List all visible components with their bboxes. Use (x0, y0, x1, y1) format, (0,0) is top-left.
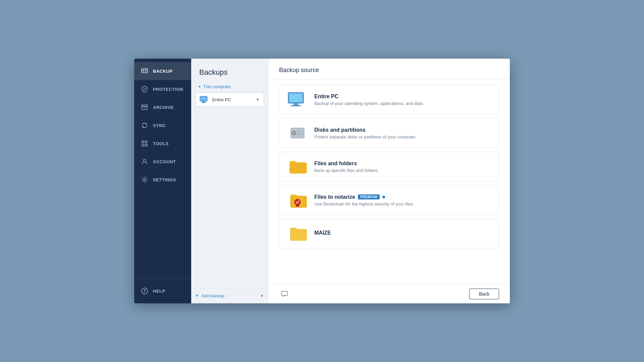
sidebar: BACKUP PROTECTION (134, 59, 191, 303)
svg-rect-17 (202, 101, 205, 102)
sidebar-item-tools-label: TOOLS (153, 141, 169, 146)
backup-panel: Backups ▼ This computer Entire PC ▼ (191, 59, 268, 303)
svg-rect-30 (296, 205, 299, 206)
source-card-files-folders[interactable]: Files and folders Back up specific files… (279, 152, 499, 181)
svg-rect-22 (291, 105, 301, 106)
main-content: Backup source Entire PC Backup of your o… (268, 59, 510, 303)
sidebar-item-settings[interactable]: SETTINGS (134, 171, 191, 189)
tree-group-text: This computer (203, 84, 231, 89)
backup-tree: ▼ This computer Entire PC ▼ (191, 82, 268, 288)
archive-icon (141, 104, 148, 111)
main-header: Backup source (268, 59, 510, 79)
add-backup-plus-icon: + (195, 292, 199, 299)
svg-rect-21 (293, 103, 298, 105)
svg-rect-1 (143, 70, 144, 71)
svg-rect-18 (201, 102, 206, 103)
sidebar-item-protection[interactable]: PROTECTION (134, 80, 191, 98)
tree-item-entire-pc-label: Entire PC (212, 97, 252, 102)
entire-pc-icon (287, 91, 308, 108)
sidebar-item-archive[interactable]: ARCHIVE (134, 98, 191, 116)
maize-title: MAIZE (314, 230, 491, 236)
disks-title: Disks and partitions (314, 127, 491, 133)
chat-button[interactable] (279, 289, 290, 299)
files-folders-title: Files and folders (314, 161, 491, 167)
account-icon (141, 158, 148, 165)
disks-text: Disks and partitions Protect separate di… (314, 127, 491, 139)
source-card-notarize[interactable]: Files to notarize PREMIUM Use Blockchain… (279, 185, 499, 215)
entire-pc-desc: Backup of your operating system, applica… (314, 101, 491, 106)
maize-icon (287, 225, 308, 242)
sidebar-bottom: HELP (134, 278, 191, 303)
add-backup-dropdown-icon[interactable]: ▼ (260, 294, 264, 298)
notarize-text: Files to notarize PREMIUM Use Blockchain… (314, 194, 491, 206)
svg-rect-8 (145, 141, 147, 143)
computer-icon (200, 96, 209, 103)
svg-rect-7 (142, 141, 144, 143)
svg-rect-10 (145, 144, 147, 146)
add-backup-label: Add backup (202, 293, 225, 298)
tree-group-label[interactable]: ▼ This computer (195, 82, 264, 91)
files-folders-icon (287, 158, 308, 175)
back-button[interactable]: Back (469, 289, 499, 299)
svg-rect-16 (201, 97, 207, 101)
tree-item-entire-pc[interactable]: Entire PC ▼ (195, 93, 264, 107)
sidebar-item-sync-label: SYNC (153, 123, 166, 128)
entire-pc-title: Entire PC (314, 94, 491, 100)
files-folders-desc: Back up specific files and folders. (314, 168, 491, 173)
svg-rect-9 (142, 144, 144, 146)
protection-icon (141, 85, 148, 93)
premium-badge: PREMIUM (358, 194, 380, 199)
disks-desc: Protect separate disks or partitions of … (314, 134, 491, 139)
sidebar-item-help-label: HELP (153, 289, 165, 294)
svg-rect-20 (289, 94, 303, 102)
help-icon (141, 287, 148, 295)
app-window: BACKUP PROTECTION (134, 59, 510, 303)
sidebar-item-tools[interactable]: TOOLS (134, 134, 191, 153)
svg-rect-0 (142, 69, 148, 73)
sync-icon (141, 122, 148, 129)
backup-panel-header: Backups (191, 59, 268, 82)
sidebar-nav: BACKUP PROTECTION (134, 59, 191, 278)
source-card-disks[interactable]: Disks and partitions Protect separate di… (279, 118, 499, 148)
notarize-desc: Use Blockchain for the highest security … (314, 201, 491, 206)
tree-item-chevron: ▼ (256, 97, 260, 102)
sidebar-item-protection-label: PROTECTION (153, 87, 183, 92)
svg-point-12 (144, 179, 146, 181)
tree-group-arrow: ▼ (198, 85, 201, 88)
backup-icon (141, 67, 148, 75)
maize-text: MAIZE (314, 230, 491, 237)
sidebar-item-settings-label: SETTINGS (153, 177, 176, 182)
source-card-entire-pc[interactable]: Entire PC Backup of your operating syste… (279, 85, 499, 114)
svg-point-25 (293, 132, 295, 134)
sidebar-item-account[interactable]: ACCOUNT (134, 153, 191, 171)
source-card-maize[interactable]: MAIZE (279, 219, 499, 248)
svg-rect-5 (142, 106, 147, 110)
sidebar-item-backup[interactable]: BACKUP (134, 62, 191, 80)
disks-icon (287, 125, 308, 141)
sidebar-item-account-label: ACCOUNT (153, 159, 176, 164)
entire-pc-text: Entire PC Backup of your operating syste… (314, 94, 491, 106)
settings-icon (141, 176, 148, 183)
premium-dot (382, 196, 385, 198)
notarize-icon (287, 192, 308, 208)
notarize-title: Files to notarize PREMIUM (314, 194, 491, 200)
main-footer: Back (268, 284, 510, 303)
sidebar-item-sync[interactable]: SYNC (134, 116, 191, 134)
svg-point-14 (144, 292, 145, 293)
svg-point-11 (143, 159, 146, 162)
backup-panel-footer[interactable]: + Add backup ▼ (191, 288, 268, 303)
sidebar-item-backup-label: BACKUP (153, 69, 173, 74)
sidebar-item-archive-label: ARCHIVE (153, 105, 174, 110)
files-folders-text: Files and folders Back up specific files… (314, 161, 491, 173)
source-list: Entire PC Backup of your operating syste… (268, 79, 510, 284)
tools-icon (141, 140, 148, 147)
svg-rect-31 (281, 291, 287, 296)
sidebar-item-help[interactable]: HELP (141, 284, 184, 298)
